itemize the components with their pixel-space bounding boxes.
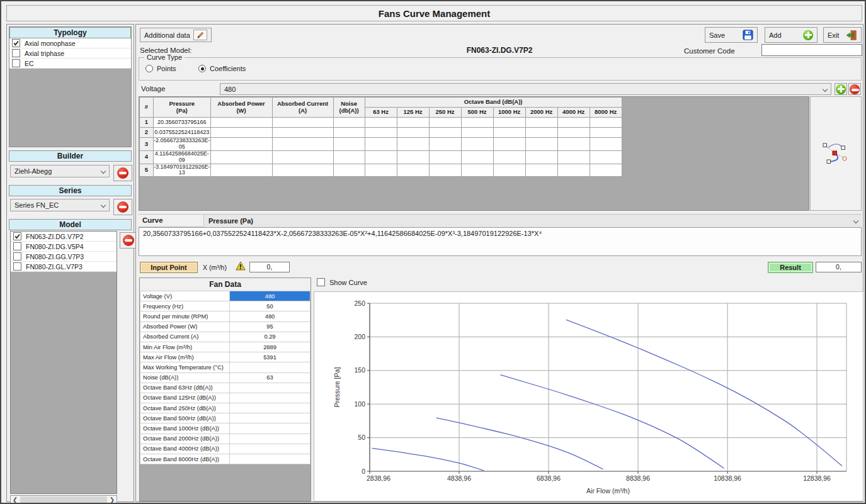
empty-cell[interactable] [272,138,333,151]
empty-cell[interactable] [461,128,493,138]
empty-cell[interactable] [493,150,525,164]
empty-cell[interactable] [590,128,622,138]
empty-cell[interactable] [365,164,397,177]
input-x-field[interactable]: 0, [249,262,290,272]
empty-cell[interactable] [210,150,272,164]
empty-cell[interactable] [397,118,429,128]
exit-button[interactable]: Exit [823,27,862,43]
scroll-left-icon[interactable]: ❮ [11,496,20,504]
empty-cell[interactable] [590,150,622,164]
empty-cell[interactable] [272,128,333,138]
empty-cell[interactable] [557,164,590,177]
empty-cell[interactable] [525,150,557,164]
fan-data-row[interactable]: Absorbed Current (A)0.29 [140,332,311,342]
add-button[interactable]: Add [765,27,818,43]
pressure-coefficient-cell[interactable]: -2.05667238333263E-05 [154,138,211,151]
fan-data-row[interactable]: Min Air Flow (m³/h)2889 [140,342,311,352]
empty-cell[interactable] [272,164,333,177]
empty-cell[interactable] [557,118,590,128]
empty-cell[interactable] [365,128,397,138]
empty-cell[interactable] [272,118,333,128]
model-item[interactable]: FN080-ZI.GG.V7P3 [11,252,117,262]
fan-data-row[interactable]: Octave Band 8000Hz (dB(A)) [140,454,311,464]
empty-cell[interactable] [525,164,557,177]
empty-cell[interactable] [525,128,557,138]
fan-data-row[interactable]: Octave Band 125Hz (dB(A)) [140,393,311,403]
model-horizontal-scrollbar[interactable]: ❮ ❯ [10,495,117,504]
fan-data-row[interactable]: Octave Band 250Hz (dB(A)) [140,403,311,413]
fan-data-row[interactable]: Octave Band 4000Hz (dB(A)) [140,444,311,454]
model-remove-button[interactable] [120,232,137,249]
typology-item[interactable]: Axial triphase [9,48,131,59]
fan-data-row[interactable]: Round per minute (RPM)480 [140,311,311,322]
empty-cell[interactable] [493,118,525,128]
empty-cell[interactable] [429,118,461,128]
empty-cell[interactable] [493,128,525,138]
fan-data-row[interactable]: Octave Band 63Hz (dB(A)) [140,383,311,393]
empty-cell[interactable] [557,138,590,151]
additional-data-button[interactable]: Additional data [140,28,212,42]
empty-cell[interactable] [557,128,590,138]
fan-data-row[interactable]: Absorbed Power (W)95 [140,322,311,332]
pressure-coefficient-cell[interactable]: -3.18497019122926E-13 [154,164,211,177]
empty-cell[interactable] [333,150,365,164]
empty-cell[interactable] [525,118,557,128]
model-item[interactable]: FN063-ZI.DG.V7P2 [11,232,117,242]
fan-data-row[interactable]: Octave Band 1000Hz (dB(A)) [140,423,311,434]
customer-code-input[interactable] [761,44,862,56]
empty-cell[interactable] [429,138,461,151]
curve-editor-panel[interactable] [810,96,862,211]
empty-cell[interactable] [493,164,525,177]
typology-item[interactable]: EC [9,59,131,69]
input-point-button[interactable]: Input Point [140,262,198,273]
empty-cell[interactable] [429,164,461,177]
pressure-coefficient-cell[interactable]: 0.0375522524118423 [154,128,211,138]
empty-cell[interactable] [397,150,429,164]
empty-cell[interactable] [429,150,461,164]
radio-points[interactable]: Points [145,65,176,72]
builder-remove-button[interactable] [113,165,132,181]
empty-cell[interactable] [333,164,365,177]
empty-cell[interactable] [493,138,525,151]
model-item[interactable]: FN080-ZI.GL.V7P3 [11,262,117,272]
series-remove-button[interactable] [113,199,132,215]
empty-cell[interactable] [461,118,493,128]
scrollbar-thumb[interactable] [20,496,107,503]
curve-axis-select[interactable]: Pressure (Pa) [203,215,862,228]
empty-cell[interactable] [272,150,333,164]
empty-cell[interactable] [429,128,461,138]
empty-cell[interactable] [365,118,397,128]
empty-cell[interactable] [333,138,365,151]
empty-cell[interactable] [210,164,272,177]
empty-cell[interactable] [210,118,272,128]
empty-cell[interactable] [210,128,272,138]
voltage-select[interactable]: 480 [220,83,831,95]
save-button[interactable]: Save [705,27,758,43]
empty-cell[interactable] [461,138,493,151]
empty-cell[interactable] [525,138,557,151]
pressure-coefficient-cell[interactable]: 4.11642586684025E-09 [154,150,211,164]
empty-cell[interactable] [397,128,429,138]
empty-cell[interactable] [365,138,397,151]
scroll-right-icon[interactable]: ❯ [108,496,117,504]
empty-cell[interactable] [333,118,365,128]
voltage-add-button[interactable] [835,83,847,95]
series-select[interactable]: Series FN_EC [10,199,110,211]
empty-cell[interactable] [210,138,272,151]
voltage-remove-button[interactable] [848,83,861,95]
empty-cell[interactable] [590,138,622,151]
fan-data-row[interactable]: Octave Band 500Hz (dB(A)) [140,413,311,423]
fan-data-row[interactable]: Frequency (Hz)50 [140,301,311,311]
radio-coefficients[interactable]: Coefficients [198,65,246,72]
builder-select[interactable]: Ziehl-Abegg [10,165,110,177]
fan-data-row[interactable]: Noise (dB(A))63 [140,372,311,383]
fan-data-row[interactable]: Octave Band 2000Hz (dB(A)) [140,434,311,444]
show-curve-checkbox[interactable]: Show Curve [317,278,367,286]
model-item[interactable]: FN080-ZI.DG.V5P4 [11,242,117,252]
empty-cell[interactable] [397,138,429,151]
empty-cell[interactable] [557,150,590,164]
empty-cell[interactable] [461,164,493,177]
empty-cell[interactable] [590,164,622,177]
typology-item[interactable]: Axial monophase [9,38,131,48]
empty-cell[interactable] [333,128,365,138]
